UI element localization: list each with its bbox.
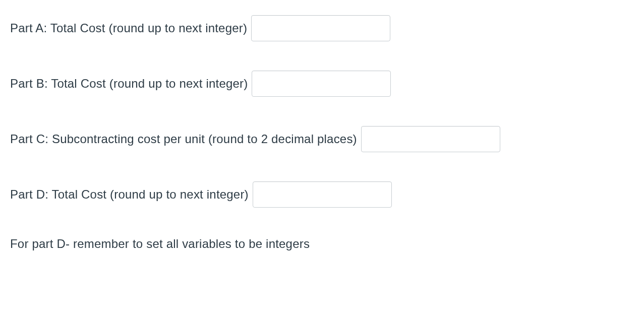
part-a-label: Part A: Total Cost (round up to next int…: [10, 21, 247, 35]
part-b-row: Part B: Total Cost (round up to next int…: [10, 71, 634, 97]
part-d-label: Part D: Total Cost (round up to next int…: [10, 187, 249, 202]
part-b-label: Part B: Total Cost (round up to next int…: [10, 77, 248, 91]
part-c-input[interactable]: [361, 126, 500, 152]
part-c-row: Part C: Subcontracting cost per unit (ro…: [10, 126, 634, 152]
part-d-row: Part D: Total Cost (round up to next int…: [10, 181, 634, 208]
part-d-note: For part D- remember to set all variable…: [10, 237, 634, 251]
part-c-label: Part C: Subcontracting cost per unit (ro…: [10, 132, 357, 146]
part-a-input[interactable]: [251, 15, 390, 41]
part-d-input[interactable]: [253, 181, 392, 208]
part-a-row: Part A: Total Cost (round up to next int…: [10, 15, 634, 41]
part-b-input[interactable]: [252, 71, 391, 97]
